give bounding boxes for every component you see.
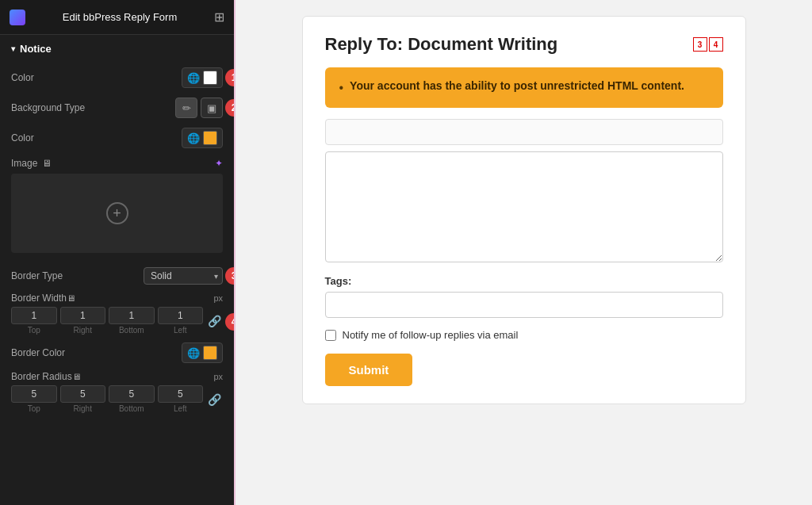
color-swatch-2: [203, 131, 217, 145]
link-icon-width[interactable]: 🔗: [206, 315, 223, 327]
border-type-row: Border Type Solid Dashed Dotted None 3: [0, 262, 234, 289]
grid-icon[interactable]: ⊞: [214, 10, 224, 25]
border-radius-top-label: Top: [28, 404, 40, 413]
border-width-section: Border Width 🖥 px Top Right Bottom Left: [0, 289, 234, 338]
image-label-text: Image: [11, 158, 37, 169]
image-label-row: Image 🖥 ✦: [11, 158, 223, 169]
right-panel: Reply To: Document Writing 3 4 • Your ac…: [236, 0, 812, 505]
form-card: Reply To: Document Writing 3 4 • Your ac…: [302, 16, 746, 404]
border-radius-section: Border Radius 🖥 px Top Right Bottom Left: [0, 368, 234, 416]
border-width-label-row: Border Width 🖥 px: [11, 293, 223, 304]
border-radius-unit: px: [213, 372, 223, 381]
bg-type-gradient[interactable]: ✏: [175, 98, 197, 118]
border-width-left[interactable]: [158, 307, 204, 324]
border-width-label-text: Border Width: [11, 293, 67, 304]
globe-icon-2: 🌐: [187, 132, 200, 144]
reply-title: Reply To: Document Writing: [325, 34, 558, 55]
notify-checkbox-row: Notify me of follow-up replies via email: [325, 329, 723, 341]
add-image-icon[interactable]: +: [106, 202, 128, 224]
notify-checkbox[interactable]: [325, 330, 336, 341]
border-width-inputs: Top Right Bottom Left 🔗: [11, 307, 223, 335]
corner-badges: 3 4: [693, 37, 723, 52]
border-type-label: Border Type: [11, 270, 137, 281]
border-radius-bottom-wrap: Bottom: [109, 385, 155, 413]
badge-1: 1: [225, 69, 234, 86]
badge-3: 3: [225, 267, 234, 285]
border-radius-bottom[interactable]: [109, 385, 155, 403]
border-width-right-label: Right: [74, 326, 92, 335]
top-bar: Edit bbPress Reply Form ⊞: [0, 0, 234, 35]
border-width-top-wrap: Top: [11, 307, 57, 335]
border-radius-left-wrap: Left: [158, 385, 204, 413]
border-radius-label-row: Border Radius 🖥 px: [11, 371, 223, 382]
border-width-bottom[interactable]: [109, 307, 155, 324]
monitor-icon: 🖥: [42, 158, 52, 169]
border-color-picker[interactable]: 🌐: [182, 342, 223, 363]
border-radius-right[interactable]: [60, 385, 106, 403]
collapse-arrow: ▾: [11, 44, 15, 53]
border-radius-left[interactable]: [158, 385, 204, 403]
section-label: Notice: [20, 43, 52, 55]
border-color-swatch: [203, 346, 217, 360]
color-label-2: Color: [11, 132, 175, 143]
border-radius-monitor: 🖥: [72, 372, 81, 381]
reply-subject-input[interactable]: [325, 119, 723, 145]
color-label-1: Color: [11, 72, 175, 83]
notify-label: Notify me of follow-up replies via email: [343, 329, 519, 341]
border-width-right-wrap: Right: [60, 307, 106, 335]
color-picker-2[interactable]: 🌐: [182, 128, 223, 148]
bg-type-row: Background Type ✏ ▣ 2: [0, 93, 234, 123]
bg-type-image[interactable]: ▣: [201, 98, 223, 118]
border-color-row: Border Color 🌐: [0, 338, 234, 368]
border-width-top[interactable]: [11, 307, 57, 324]
border-type-select[interactable]: Solid Dashed Dotted None: [144, 267, 223, 285]
border-radius-right-wrap: Right: [60, 385, 106, 413]
notice-box: • Your account has the ability to post u…: [325, 67, 723, 108]
sparkle-icon: ✦: [215, 158, 223, 169]
badge-2: 2: [225, 99, 234, 117]
color-swatch-1: [203, 71, 217, 85]
image-section: Image 🖥 ✦ +: [0, 153, 234, 262]
reply-header: Reply To: Document Writing 3 4: [325, 34, 723, 55]
image-upload-area[interactable]: +: [11, 174, 223, 253]
color-row-1: Color 🌐 1: [0, 63, 234, 93]
border-width-monitor: 🖥: [67, 293, 75, 303]
border-width-top-label: Top: [28, 326, 40, 335]
border-radius-label-text: Border Radius: [11, 371, 72, 382]
border-radius-inputs: Top Right Bottom Left 🔗: [11, 385, 223, 413]
border-type-select-wrap: Solid Dashed Dotted None: [144, 267, 223, 285]
border-width-unit: px: [213, 293, 223, 303]
globe-icon-3: 🌐: [187, 347, 200, 359]
bg-type-buttons: ✏ ▣: [175, 98, 223, 118]
color-picker-1[interactable]: 🌐: [182, 67, 223, 88]
tags-label: Tags:: [325, 275, 723, 287]
separator-line: [234, 0, 236, 505]
border-width-bottom-wrap: Bottom: [109, 307, 155, 335]
submit-button[interactable]: Submit: [325, 354, 413, 386]
badge-4: 4: [225, 313, 234, 331]
globe-icon-1: 🌐: [187, 72, 200, 84]
app-logo: [10, 10, 25, 25]
notice-section-header[interactable]: ▾ Notice: [0, 35, 234, 63]
bg-type-label: Background Type: [11, 102, 169, 113]
border-radius-top-wrap: Top: [11, 385, 57, 413]
border-width-left-label: Left: [174, 326, 187, 335]
corner-badge-4: 4: [709, 37, 723, 52]
left-panel: Edit bbPress Reply Form ⊞ ▾ Notice Color…: [0, 0, 234, 505]
border-radius-top[interactable]: [11, 385, 57, 403]
link-icon-radius[interactable]: 🔗: [206, 393, 223, 406]
border-radius-right-label: Right: [74, 404, 92, 413]
notice-bullet: •: [339, 79, 344, 97]
border-radius-bottom-label: Bottom: [119, 404, 144, 413]
notice-text: Your account has the ability to post unr…: [350, 78, 684, 94]
reply-content-textarea[interactable]: [325, 151, 723, 262]
corner-badge-3: 3: [693, 37, 707, 52]
border-color-label: Border Color: [11, 347, 175, 358]
border-radius-left-label: Left: [174, 404, 187, 413]
border-width-right[interactable]: [60, 307, 106, 324]
border-width-left-wrap: Left: [158, 307, 204, 335]
border-width-bottom-label: Bottom: [119, 326, 144, 335]
tags-input[interactable]: [325, 292, 723, 318]
color-row-2: Color 🌐: [0, 123, 234, 153]
editor-title: Edit bbPress Reply Form: [33, 11, 206, 23]
